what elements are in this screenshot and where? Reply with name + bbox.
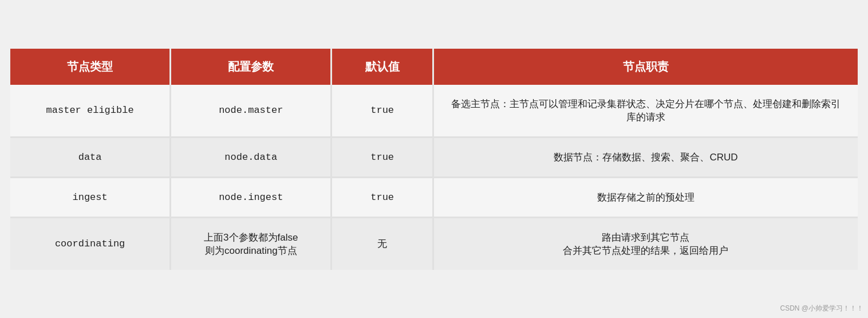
cell-default-coordinating: 无 <box>332 218 434 270</box>
cell-type-ingest: ingest <box>10 178 171 218</box>
watermark-text: CSDN @小帅爱学习！！！ <box>780 304 863 313</box>
table-row: data node.data true 数据节点：存储数据、搜索、聚合、CRUD <box>10 138 858 178</box>
cell-type-coordinating: coordinating <box>10 218 171 270</box>
table-row: ingest node.ingest true 数据存储之前的预处理 <box>10 178 858 218</box>
cell-default-master: true <box>332 85 434 138</box>
cell-param-ingest: node.ingest <box>171 178 332 218</box>
header-config-param: 配置参数 <box>171 49 332 85</box>
desc-line2: 合并其它节点处理的结果，返回给用户 <box>563 245 728 256</box>
cell-desc-coordinating: 路由请求到其它节点 合并其它节点处理的结果，返回给用户 <box>434 218 858 270</box>
cell-param-data: node.data <box>171 138 332 178</box>
table-row: master eligible node.master true 备选主节点：主… <box>10 85 858 138</box>
table-row: coordinating 上面3个参数都为false 则为coordinatin… <box>10 218 858 270</box>
cell-desc-data: 数据节点：存储数据、搜索、聚合、CRUD <box>434 138 858 178</box>
cell-param-master: node.master <box>171 85 332 138</box>
cell-param-coordinating: 上面3个参数都为false 则为coordinating节点 <box>171 218 332 270</box>
param-line1: 上面3个参数都为false <box>204 232 298 243</box>
desc-line1: 路由请求到其它节点 <box>602 232 689 243</box>
cell-desc-master: 备选主节点：主节点可以管理和记录集群状态、决定分片在哪个节点、处理创建和删除索引… <box>434 85 858 138</box>
header-default-value: 默认值 <box>332 49 434 85</box>
main-table-wrapper: 节点类型 配置参数 默认值 节点职责 master eligible node.… <box>10 49 858 270</box>
cell-type-data: data <box>10 138 171 178</box>
cell-desc-ingest: 数据存储之前的预处理 <box>434 178 858 218</box>
cell-type-master: master eligible <box>10 85 171 138</box>
node-types-table: 节点类型 配置参数 默认值 节点职责 master eligible node.… <box>10 49 858 270</box>
cell-default-data: true <box>332 138 434 178</box>
cell-default-ingest: true <box>332 178 434 218</box>
table-header-row: 节点类型 配置参数 默认值 节点职责 <box>10 49 858 85</box>
header-node-responsibility: 节点职责 <box>434 49 858 85</box>
param-line2: 则为coordinating节点 <box>205 245 297 256</box>
header-node-type: 节点类型 <box>10 49 171 85</box>
